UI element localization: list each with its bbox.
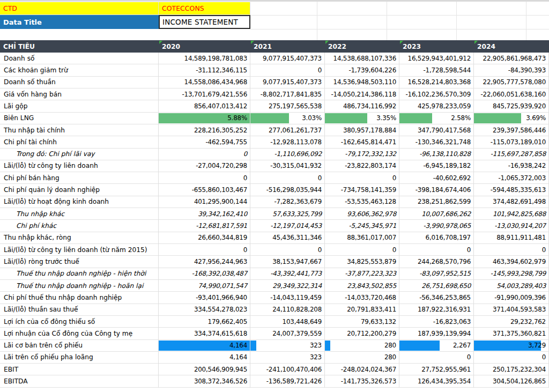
cell-2022-row21[interactable]: -14,033,720,468	[325, 292, 399, 304]
cell-2023-row21[interactable]: -56,346,253,865	[399, 292, 474, 304]
cell-2020-row22[interactable]: 334,554,278,023	[159, 304, 250, 316]
cell-2022-row15[interactable]: -5,245,345,971	[325, 220, 399, 232]
cell-2022-row13[interactable]: -53,535,463,128	[325, 196, 399, 208]
data-title-value-cell[interactable]: INCOME STATEMENT	[159, 15, 250, 29]
cell-2023-row12[interactable]: -398,184,674,406	[399, 184, 474, 196]
cell-2023-row18[interactable]: 244,268,570,796	[399, 256, 474, 268]
cell-2020-row24[interactable]: 334,374,615,618	[159, 328, 250, 339]
cell-2020-row2[interactable]: -31,112,346,115	[159, 64, 250, 76]
cell-2023-row10[interactable]: -6,945,189,182	[399, 160, 474, 172]
ticker-symbol-cell[interactable]: CTD	[0, 2, 159, 15]
row-label-cell[interactable]: Lợi nhuận của Cổ đông của Công ty mẹ	[0, 328, 159, 339]
row-label-cell[interactable]: Lãi/(lỗ) từ hoạt động kinh doanh	[0, 196, 159, 208]
year-header-2023[interactable]: 2023	[399, 40, 474, 53]
cell-2024-row12[interactable]: -594,485,335,613	[474, 184, 549, 196]
row-label-cell[interactable]: Thu nhập khác	[0, 208, 159, 220]
cell-2020-row14[interactable]: 39,342,162,410	[159, 208, 250, 220]
cell-2021-row28[interactable]: -136,589,721,426	[250, 375, 325, 387]
cell-2021-row26[interactable]: 323	[250, 352, 325, 364]
cell-2020-row19[interactable]: -168,392,038,487	[159, 268, 250, 280]
cell-2024-row17[interactable]: 0	[474, 244, 549, 256]
cell-2021-row4[interactable]: -8,802,717,841,835	[250, 88, 325, 100]
cell-2023-row13[interactable]: 238,251,862,599	[399, 196, 474, 208]
row-label-cell[interactable]: Chi phí bán hàng	[0, 172, 159, 184]
row-label-cell[interactable]: Trong đó: Chi phí lãi vay	[0, 149, 159, 160]
cell-2022-row10[interactable]: -23,822,803,174	[325, 160, 399, 172]
cell-2023-row6[interactable]: 2.58%	[399, 113, 474, 124]
row-label-cell[interactable]: Chi phí tài chính	[0, 136, 159, 148]
cell-2021-row7[interactable]: 277,061,261,737	[250, 124, 325, 136]
row-label-cell[interactable]: Giá vốn hàng bán	[0, 88, 159, 100]
cell-2023-row28[interactable]: 126,434,395,354	[399, 375, 474, 387]
cell-2024-row15[interactable]: -13,030,914,207	[474, 220, 549, 232]
cell-2024-row21[interactable]: -91,990,009,396	[474, 292, 549, 304]
cell-2023-row11[interactable]: -40,602,692	[399, 172, 474, 184]
cell-2022-row20[interactable]: 23,843,502,855	[325, 280, 399, 292]
year-header-2024[interactable]: 2024	[474, 40, 549, 53]
row-label-cell[interactable]: Thu nhập khác, ròng	[0, 232, 159, 244]
cell-2022-row11[interactable]: 0	[325, 172, 399, 184]
row-label-cell[interactable]: Lợi ích của cổ đông thiểu số	[0, 316, 159, 328]
cell-2024-row23[interactable]: 29,232,762	[474, 316, 549, 328]
cell-2023-row15[interactable]: -3,990,978,065	[399, 220, 474, 232]
cell-2023-row3[interactable]: 16,528,214,803,368	[399, 77, 474, 88]
cell-2024-row8[interactable]: -115,073,189,010	[474, 136, 549, 148]
cell-2024-row4[interactable]: -22,060,051,638,160	[474, 88, 549, 100]
cell-2021-row27[interactable]: -241,100,470,406	[250, 364, 325, 375]
cell-2022-row22[interactable]: 20,791,833,411	[325, 304, 399, 316]
cell-2020-row27[interactable]: 200,546,909,945	[159, 364, 250, 375]
cell-2023-row4[interactable]: -16,102,236,570,309	[399, 88, 474, 100]
row-label-cell[interactable]: Lãi gộp	[0, 100, 159, 112]
row-label-cell[interactable]: Lãi cơ bản trên cổ phiếu	[0, 340, 159, 352]
row-label-cell[interactable]: Thuế thu nhập doanh nghiệp - hoãn lại	[0, 280, 159, 292]
cell-2020-row25[interactable]: 4,164	[159, 340, 250, 352]
cell-2023-row26[interactable]: 0	[399, 352, 474, 364]
cell-2022-row6[interactable]: 3.35%	[325, 113, 399, 124]
cell-2021-row16[interactable]: 45,436,311,346	[250, 232, 325, 244]
cell-2023-row7[interactable]: 347,790,417,568	[399, 124, 474, 136]
cell-2023-row25[interactable]: 2,267	[399, 340, 474, 352]
cell-2022-row16[interactable]: 88,361,017,007	[325, 232, 399, 244]
row-label-cell[interactable]: Lãi/(lỗ) từ công ty liên doanh (từ năm 2…	[0, 244, 159, 256]
cell-2024-row6[interactable]: 3.69%	[474, 113, 549, 124]
row-label-cell[interactable]: Doanh số thuần	[0, 77, 159, 88]
cell-2021-row2[interactable]: 0	[250, 64, 325, 76]
cell-2022-row8[interactable]: -162,645,814,471	[325, 136, 399, 148]
cell-2024-row20[interactable]: 54,003,289,403	[474, 280, 549, 292]
row-label-cell[interactable]: Lãi/(lỗ) thuần sau thuế	[0, 304, 159, 316]
cell-2024-row7[interactable]: 239,397,586,446	[474, 124, 549, 136]
cell-2022-row25[interactable]: 280	[325, 340, 399, 352]
row-label-cell[interactable]: Biên LNG	[0, 113, 159, 124]
cell-2023-row2[interactable]: -1,728,598,544	[399, 64, 474, 76]
cell-2023-row27[interactable]: 27,752,955,961	[399, 364, 474, 375]
cell-2021-row22[interactable]: 24,110,828,208	[250, 304, 325, 316]
year-header-2020[interactable]: 2020	[159, 40, 250, 53]
cell-2022-row28[interactable]: -141,735,326,573	[325, 375, 399, 387]
cell-2024-row9[interactable]: -115,697,287,858	[474, 149, 549, 160]
cell-2021-row24[interactable]: 24,007,379,559	[250, 328, 325, 339]
cell-2024-row13[interactable]: 374,482,691,498	[474, 196, 549, 208]
cell-2023-row9[interactable]: -96,138,110,828	[399, 149, 474, 160]
cell-2021-row17[interactable]: 0	[250, 244, 325, 256]
cell-2023-row8[interactable]: -130,346,321,748	[399, 136, 474, 148]
cell-2020-row23[interactable]: 179,662,405	[159, 316, 250, 328]
cell-2022-row7[interactable]: 380,957,178,884	[325, 124, 399, 136]
cell-2023-row22[interactable]: 187,922,316,931	[399, 304, 474, 316]
cell-2021-row23[interactable]: 103,448,649	[250, 316, 325, 328]
cell-2021-row1[interactable]: 9,077,915,407,373	[250, 53, 325, 64]
cell-2024-row16[interactable]: 88,911,911,481	[474, 232, 549, 244]
cell-2024-row25[interactable]: 3,729	[474, 340, 549, 352]
year-header-2021[interactable]: 2021	[250, 40, 325, 53]
header-chi-tieu[interactable]: CHỈ TIÊU	[0, 40, 159, 53]
row-label-cell[interactable]: Các khoản giảm trừ	[0, 64, 159, 76]
cell-2022-row9[interactable]: -79,172,332,132	[325, 149, 399, 160]
cell-2024-row19[interactable]: -145,993,298,799	[474, 268, 549, 280]
cell-2022-row12[interactable]: -734,758,141,359	[325, 184, 399, 196]
row-label-cell[interactable]: Lãi trên cổ phiếu pha loãng	[0, 352, 159, 364]
cell-2022-row26[interactable]: 280	[325, 352, 399, 364]
year-header-2022[interactable]: 2022	[325, 40, 399, 53]
cell-2024-row3[interactable]: 22,905,777,578,080	[474, 77, 549, 88]
cell-2022-row23[interactable]: 79,633,132	[325, 316, 399, 328]
cell-2024-row18[interactable]: 463,394,602,979	[474, 256, 549, 268]
cell-2021-row15[interactable]: -12,197,014,453	[250, 220, 325, 232]
